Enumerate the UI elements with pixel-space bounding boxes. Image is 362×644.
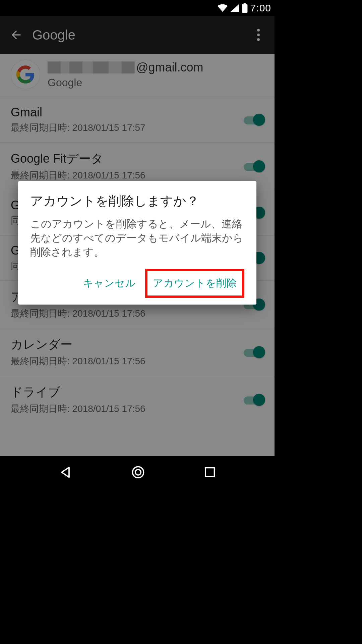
confirm-highlight-box: アカウントを削除 [145,269,244,298]
nav-back-icon[interactable] [58,465,73,480]
cancel-button[interactable]: キャンセル [78,269,141,298]
svg-rect-1 [243,3,246,5]
svg-rect-7 [205,468,215,477]
battery-icon [242,3,248,13]
remove-account-dialog: アカウントを削除しますか？ このアカウントを削除すると、メール、連絡先などのすべ… [18,181,256,305]
remove-account-button[interactable]: アカウントを削除 [147,272,242,295]
nav-home-icon[interactable] [131,465,145,480]
status-clock: 7:00 [250,2,271,14]
dialog-title: アカウントを削除しますか？ [30,193,244,210]
status-bar: 7:00 [0,0,275,16]
dialog-actions: キャンセル アカウントを削除 [30,269,244,298]
svg-rect-0 [242,4,247,13]
nav-recents-icon[interactable] [203,466,217,479]
svg-point-5 [132,467,143,478]
dialog-body: このアカウントを削除すると、メール、連絡先などのすべてのデータもモバイル端末から… [30,217,244,259]
cell-signal-icon [230,4,239,12]
phone-screen: 7:00 Google @gmail.com [0,0,275,488]
wifi-icon [218,4,228,12]
svg-point-6 [135,470,141,475]
navigation-bar [0,456,275,488]
